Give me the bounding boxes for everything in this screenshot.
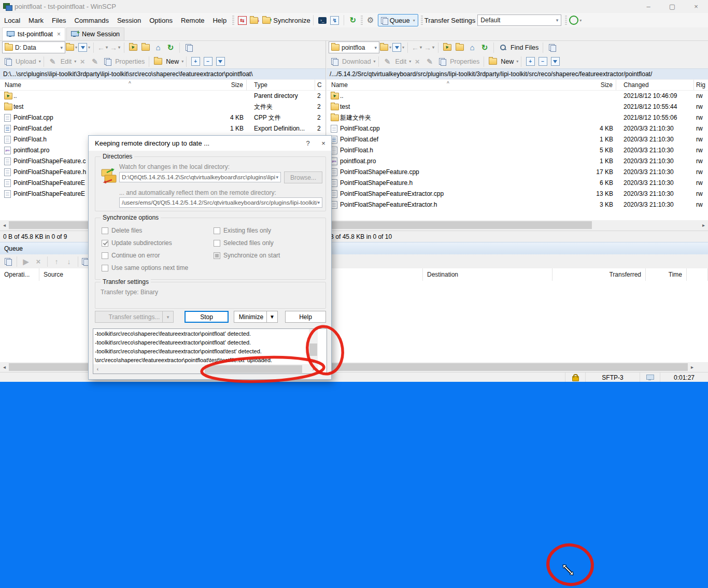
checkbox[interactable]	[102, 265, 108, 271]
find-files-icon[interactable]	[497, 42, 508, 53]
new-icon[interactable]	[152, 56, 164, 67]
menu-remote[interactable]: Remote	[177, 17, 209, 24]
upload-icon[interactable]	[2, 56, 13, 67]
new-button[interactable]: New	[166, 58, 179, 65]
menu-mark[interactable]: Mark	[24, 17, 48, 24]
new-icon[interactable]	[487, 56, 499, 67]
download-icon[interactable]	[329, 56, 340, 67]
upload-button[interactable]: Upload	[16, 58, 36, 65]
remote-directory-combo[interactable]: /users/ems/Qt/Qt5.14.2/5.14.2/Src/qtvirt…	[119, 197, 322, 208]
home-directory-icon[interactable]: ⌂	[152, 42, 164, 53]
menu-commands[interactable]: Commands	[70, 17, 112, 24]
properties-icon[interactable]	[102, 56, 113, 67]
dialog-close-icon[interactable]: ×	[316, 139, 331, 147]
queue-delete-icon[interactable]: ×	[33, 256, 44, 267]
menu-options[interactable]: Options	[145, 17, 177, 24]
find-files-button[interactable]: Find Files	[511, 44, 539, 51]
close-button[interactable]: ×	[684, 0, 708, 13]
minimize-dialog-button[interactable]: Minimize ▼	[234, 311, 278, 323]
file-row[interactable]: PointFloat.cpp4 KB2020/3/3 21:10:30rw	[327, 123, 708, 134]
file-row[interactable]: ..2021/8/12 10:46:09rw	[327, 91, 708, 102]
checkbox-row[interactable]: Use same options next time	[102, 264, 210, 272]
session-tab-new[interactable]: + New Session	[66, 27, 124, 40]
checkbox-row[interactable]: Delete files	[102, 226, 210, 235]
copy-path-icon[interactable]	[183, 42, 194, 53]
queue-column-3[interactable]: Transferred	[553, 268, 646, 281]
remote-hscrollbar[interactable]: ▸	[327, 220, 708, 230]
session-tab-active[interactable]: tst-pointfloat ×	[2, 27, 65, 40]
remote-path-bar[interactable]: /.../5.14.2/Src/qtvirtualkeyboard/src/pl…	[327, 68, 708, 79]
remote-list-header[interactable]: Name Size Changed Rig ^	[327, 80, 708, 91]
local-path-bar[interactable]: D:\...\src\plugins\lipi-toolkit\3rdparty…	[0, 68, 325, 79]
checkbox-row[interactable]: Update subdirectories	[102, 239, 210, 247]
dialog-help-icon[interactable]: ?	[300, 139, 316, 147]
scroll-down-icon[interactable]: ˅	[309, 359, 318, 364]
forward-icon[interactable]: →▾	[423, 42, 435, 53]
queue-column-2[interactable]: Destination	[423, 268, 553, 281]
file-row[interactable]: PointFloat.def1 KB2020/3/3 21:10:30rw	[327, 134, 708, 145]
new-button[interactable]: New	[501, 58, 514, 65]
maximize-button[interactable]: ▢	[660, 0, 684, 13]
edit-icon[interactable]: ✎	[382, 56, 393, 67]
select-remove-icon[interactable]: −	[202, 56, 214, 67]
file-row[interactable]: PointFloatShapeFeature.h6 KB2020/3/3 21:…	[327, 178, 708, 189]
log-vscrollbar[interactable]: ˅	[309, 329, 318, 364]
checkbox-row[interactable]: Synchronize on start	[214, 251, 322, 260]
open-directory-icon[interactable]: ▾	[66, 42, 77, 53]
select-add-icon[interactable]: +	[525, 56, 536, 67]
commander-layout-icon[interactable]: ⇆	[236, 15, 248, 26]
close-session-tab-icon[interactable]: ×	[57, 31, 61, 38]
queue-column-4[interactable]: Time	[646, 268, 687, 281]
file-row[interactable]: 新建文件夹2021/8/12 10:55:06rw	[327, 112, 708, 123]
refresh-icon[interactable]: ↻	[479, 42, 490, 53]
menu-help[interactable]: Help	[208, 17, 231, 24]
file-row[interactable]: propointfloat.pro1 KB2020/3/3 21:10:30rw	[327, 156, 708, 167]
rename-icon[interactable]: ✎	[424, 56, 435, 67]
minimize-dropdown-icon[interactable]: ▼	[266, 311, 277, 322]
file-row[interactable]: PointFloatShapeFeatureExtractor.cpp13 KB…	[327, 189, 708, 199]
queue-move-down-icon[interactable]: ↓	[63, 256, 75, 267]
invert-selection-icon[interactable]	[215, 56, 226, 67]
queue-column-0[interactable]: Operati...	[0, 268, 39, 281]
file-row[interactable]: PointFloat.cpp4 KBCPP 文件2	[0, 112, 325, 123]
copy-path-icon[interactable]	[546, 42, 558, 53]
checkbox[interactable]	[214, 252, 220, 259]
select-remove-icon[interactable]: −	[537, 56, 548, 67]
delete-icon[interactable]: ×	[412, 56, 423, 67]
select-add-icon[interactable]: +	[190, 56, 201, 67]
help-button[interactable]: Help	[285, 311, 326, 323]
checkbox-row[interactable]: Selected files only	[214, 239, 322, 247]
terminal-icon[interactable]: ›_	[317, 15, 328, 26]
back-icon[interactable]: ←▾	[97, 42, 108, 53]
refresh-icon[interactable]: ↻	[165, 42, 176, 53]
queue-new-icon[interactable]: ▸	[2, 256, 13, 267]
back-icon[interactable]: ←▾	[411, 42, 422, 53]
scroll-left-icon[interactable]: ‹	[93, 366, 102, 372]
menu-files[interactable]: Files	[48, 17, 70, 24]
root-directory-icon[interactable]	[140, 42, 151, 53]
checkbox[interactable]	[102, 252, 108, 259]
file-row[interactable]: PointFloat.h5 KB2020/3/3 21:10:30rw	[327, 145, 708, 156]
filter-icon[interactable]: ▾	[392, 42, 404, 53]
checkbox-row[interactable]: Continue on error	[102, 251, 210, 260]
transfer-settings-preset-select[interactable]: Default▾	[477, 15, 561, 26]
file-row[interactable]: test文件夹2	[0, 102, 325, 112]
parent-directory-icon[interactable]	[128, 42, 139, 53]
home-directory-icon[interactable]: ⌂	[466, 42, 478, 53]
local-directory-combo[interactable]: D:\Qt\Qt5.14.2\5.14.2\Src\qtvirtualkeybo…	[119, 172, 281, 182]
remote-drive-select[interactable]: pointfloa▾	[329, 41, 379, 53]
sync-folders-icon[interactable]: ⇄	[261, 15, 273, 26]
forward-icon[interactable]: →▾	[109, 42, 121, 53]
checkbox[interactable]	[102, 240, 108, 247]
putty-icon[interactable]: ↯	[329, 15, 341, 26]
checkbox[interactable]	[102, 227, 108, 234]
edit-button[interactable]: Edit	[61, 58, 72, 65]
checkbox[interactable]	[214, 227, 220, 234]
browse-button[interactable]: Browse...	[284, 171, 322, 183]
stop-button[interactable]: Stop	[185, 311, 229, 323]
local-drive-select[interactable]: D: Data▾	[2, 41, 65, 53]
edit-button[interactable]: Edit	[395, 58, 407, 65]
menu-local[interactable]: Local	[0, 17, 24, 24]
log-hscrollbar[interactable]: ‹ ›	[93, 364, 318, 374]
file-row[interactable]: PointFloatShapeFeatureExtractor.h3 KB202…	[327, 199, 708, 210]
